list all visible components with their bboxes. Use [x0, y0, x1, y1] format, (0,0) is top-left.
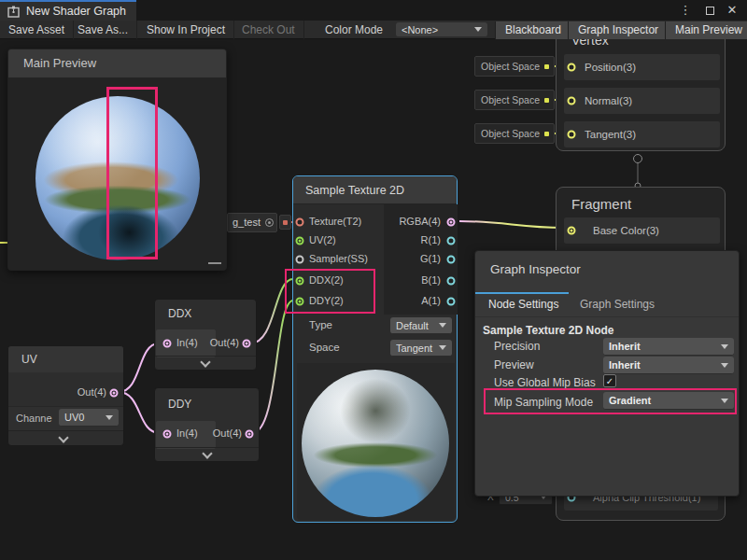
- ddy-out-port[interactable]: [246, 430, 254, 439]
- vertex-node[interactable]: Vertex Position(3) Normal(3) Tangent(3): [556, 26, 726, 151]
- type-dropdown[interactable]: Default: [390, 317, 452, 334]
- space-dropdown[interactable]: Tangent: [390, 340, 452, 357]
- ddy-input-port[interactable]: [296, 298, 304, 306]
- mip-bias-label: Use Global Mip Bias: [494, 376, 596, 389]
- toolbar: Save Asset Save As... Show In Project Ch…: [0, 21, 747, 39]
- position-port[interactable]: [568, 63, 576, 72]
- ddx-collapse-strip[interactable]: [155, 356, 256, 371]
- main-preview-header[interactable]: Main Preview: [8, 49, 226, 77]
- gtest-label: g_test: [233, 214, 261, 231]
- gtest-property-node[interactable]: g_test: [227, 213, 277, 232]
- tree-environment-sphere-preview: [302, 370, 449, 517]
- chevron-down-icon[interactable]: [200, 357, 210, 367]
- mip-mode-value: Gradient: [609, 395, 717, 406]
- tab-node-settings[interactable]: Node Settings: [488, 298, 558, 311]
- close-icon[interactable]: ✕: [723, 0, 741, 21]
- dropdown-arrow-icon: [721, 344, 728, 349]
- color-mode-value: <None>: [402, 24, 471, 35]
- ddx-node[interactable]: DDX In(4) Out(4): [154, 299, 257, 371]
- graph-inspector-panel[interactable]: Graph Inspector Node Settings Graph Sett…: [474, 250, 740, 497]
- ddx-in-port[interactable]: [163, 340, 172, 348]
- position-space-pill[interactable]: Object Space: [474, 56, 555, 77]
- precision-label: Precision: [494, 340, 540, 353]
- mip-bias-checkbox[interactable]: ✓: [603, 374, 616, 387]
- channel-dropdown[interactable]: UV0: [59, 409, 119, 427]
- g-output-port[interactable]: [447, 256, 456, 264]
- check-out-button: Check Out: [233, 21, 304, 39]
- main-preview-toggle-button[interactable]: Main Preview: [665, 21, 747, 39]
- sample-node-titlebar[interactable]: Sample Texture 2D: [293, 176, 457, 204]
- dropdown-arrow-icon: [721, 399, 728, 403]
- vertex-tangent-row: Tangent(3): [564, 121, 720, 147]
- tangent-port[interactable]: [568, 131, 576, 139]
- uv-out-port[interactable]: [110, 389, 119, 398]
- shader-graph-window: Vertex Position(3) Normal(3) Tangent(3) …: [0, 0, 747, 560]
- tab-graph-settings[interactable]: Graph Settings: [580, 298, 655, 311]
- save-as-button[interactable]: Save As...: [69, 21, 137, 39]
- preview-dropdown[interactable]: Inherit: [603, 357, 734, 374]
- node-preview-area: [297, 363, 455, 520]
- show-in-project-button[interactable]: Show In Project: [138, 21, 234, 39]
- r-output-label: R(1): [421, 234, 441, 245]
- channel-value: UV0: [64, 412, 102, 423]
- mip-mode-label: Mip Sampling Mode: [494, 396, 593, 409]
- position-port-label: Position(3): [585, 54, 636, 80]
- rgba-output-port[interactable]: [447, 218, 456, 227]
- uv-node-title: UV: [21, 353, 37, 366]
- ddx-out-port[interactable]: [243, 340, 251, 348]
- ddy-node-title: DDY: [168, 398, 191, 411]
- normal-space-label: Object Space: [481, 91, 540, 109]
- kebab-menu-icon[interactable]: ⋮: [676, 0, 695, 21]
- inspector-heading: Sample Texture 2D Node: [483, 324, 613, 337]
- chevron-down-icon[interactable]: [58, 432, 68, 442]
- main-preview-title: Main Preview: [23, 49, 96, 77]
- window-titlebar[interactable]: New Shader Graph ⋮ ✕: [0, 0, 747, 21]
- uv-collapse-strip[interactable]: [8, 430, 123, 446]
- maximize-icon[interactable]: [700, 0, 719, 21]
- base-color-label: Base Color(3): [593, 217, 659, 244]
- ddy-node[interactable]: DDY In(4) Out(4): [154, 387, 260, 462]
- sampler-input-label: Sampler(SS): [309, 253, 368, 264]
- ddx-input-label: DDX(2): [309, 274, 344, 286]
- b-output-port[interactable]: [447, 277, 456, 286]
- uv-node-titlebar[interactable]: UV: [8, 346, 123, 372]
- gtest-output-port-box[interactable]: [279, 215, 291, 230]
- sampler-input-port[interactable]: [296, 256, 304, 264]
- dropdown-arrow-icon: [474, 27, 482, 32]
- precision-dropdown[interactable]: Inherit: [603, 338, 734, 356]
- graph-inspector-toggle-button[interactable]: Graph Inspector: [568, 21, 668, 39]
- rgba-output-label: RGBA(4): [399, 216, 441, 227]
- uv-node[interactable]: UV Out(4) Channe UV0: [7, 345, 124, 446]
- ddx-input-port[interactable]: [296, 277, 304, 286]
- space-label: Space: [309, 342, 340, 353]
- color-mode-dropdown[interactable]: <None>: [396, 22, 487, 37]
- main-preview-panel[interactable]: Main Preview: [7, 49, 227, 271]
- mip-mode-dropdown[interactable]: Gradient: [603, 392, 734, 410]
- dropdown-arrow-icon: [721, 363, 728, 368]
- chevron-down-icon[interactable]: [202, 448, 212, 458]
- base-color-port[interactable]: [568, 227, 576, 235]
- normal-port[interactable]: [568, 97, 576, 105]
- edge-rgba-basecolor[interactable]: [459, 221, 564, 228]
- dropdown-arrow-icon: [106, 415, 113, 420]
- blackboard-toggle-button[interactable]: Blackboard: [495, 21, 571, 39]
- color-mode-label: Color Mode: [325, 21, 383, 39]
- r-output-port[interactable]: [447, 237, 456, 245]
- shader-graph-icon: [7, 6, 20, 18]
- gtest-output-port[interactable]: [283, 220, 288, 225]
- ddy-in-port[interactable]: [163, 430, 172, 439]
- tangent-space-pill[interactable]: Object Space: [474, 123, 555, 144]
- ddy-collapse-strip[interactable]: [155, 447, 259, 462]
- sample-texture-2d-node[interactable]: Sample Texture 2D Texture(T2) UV(2) Samp…: [292, 175, 458, 523]
- resize-handle[interactable]: [208, 262, 221, 264]
- stack-connector-top: [634, 155, 642, 163]
- uv-input-port[interactable]: [296, 237, 304, 245]
- a-output-port[interactable]: [447, 298, 456, 306]
- texture-input-port[interactable]: [296, 218, 304, 227]
- shader-graph-tab[interactable]: New Shader Graph: [0, 0, 136, 21]
- tangent-port-label: Tangent(3): [585, 121, 636, 147]
- save-asset-button[interactable]: Save Asset: [0, 21, 74, 39]
- ddx-out-label: Out(4): [210, 337, 239, 348]
- edge-uv-ddx[interactable]: [119, 343, 159, 392]
- normal-space-pill[interactable]: Object Space: [474, 90, 555, 110]
